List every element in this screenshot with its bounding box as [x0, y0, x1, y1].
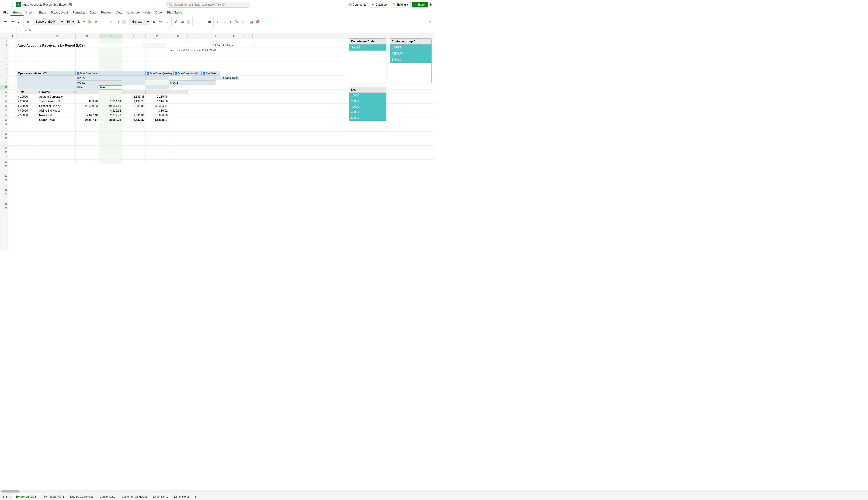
customergroup-item-medium[interactable]: MEDIUM [390, 50, 432, 57]
cell-b16[interactable]: ⊞40000 [17, 108, 38, 113]
cell-g13[interactable]: 2,135.48 [145, 94, 169, 99]
chart2-btn[interactable]: 🎯 [255, 19, 261, 25]
row-num-2[interactable]: 2 [0, 43, 8, 48]
cell-g15[interactable]: 42,394.47 [145, 104, 169, 108]
row-num-25[interactable]: 25 [0, 150, 8, 155]
cell-c15[interactable]: School of Fine Art [38, 104, 76, 108]
col-header-a[interactable]: A [8, 34, 17, 38]
cell-f16[interactable] [122, 108, 145, 113]
row-num-29[interactable]: 29 [0, 169, 8, 173]
col-header-d[interactable]: D [76, 34, 99, 38]
cell-e17[interactable]: 2,877.48 [99, 113, 122, 117]
formula-input[interactable]: Mar [33, 29, 433, 33]
col-header-c[interactable]: C [38, 34, 76, 38]
col-header-k[interactable]: K [225, 34, 244, 38]
number-format-select[interactable]: General [129, 19, 150, 24]
font-name-select[interactable]: Segoe UI (Body) [34, 19, 64, 24]
tab-file[interactable]: File [1, 10, 11, 15]
indent-btn[interactable]: ⇥ [114, 19, 121, 25]
tab-review[interactable]: Review [99, 10, 113, 15]
chart-btn[interactable]: 📊 [248, 19, 254, 25]
cell-f15[interactable]: 2,039.85 [122, 104, 145, 108]
no-item-40000[interactable]: 40000 [349, 110, 386, 115]
col-header-j[interactable]: J [206, 34, 225, 38]
col-header-f[interactable]: F [122, 34, 145, 38]
waffle-icon[interactable]: ⋮⋮⋮ [2, 2, 14, 7]
cell-c17[interactable]: Relecloud [38, 113, 76, 117]
percent-btn[interactable]: % [158, 19, 164, 25]
row-num-35[interactable]: 35 [0, 197, 8, 202]
cell-d15[interactable]: 20,409.93 [76, 104, 99, 108]
row-num-3[interactable]: 3 [0, 48, 8, 53]
row-num-30[interactable]: 30 [0, 173, 8, 178]
row-num-6[interactable]: 6 [0, 62, 8, 66]
col-header-i[interactable]: I [188, 34, 206, 38]
font-color-button[interactable]: A [93, 19, 99, 25]
row-num-17[interactable]: 17 [0, 113, 8, 118]
row-num-7[interactable]: 7 [0, 66, 8, 71]
comments-button[interactable]: 💬 Comments [346, 2, 369, 8]
cell-f14[interactable]: 2,190.20 [122, 99, 145, 103]
row-num-34[interactable]: 34 [0, 192, 8, 197]
row-num-22[interactable]: 22 [0, 136, 8, 141]
cell-g16[interactable]: 4,316.92 [145, 108, 169, 113]
cell-style-btn[interactable]: ⬜ [186, 19, 191, 25]
row-num-31[interactable]: 31 [0, 178, 8, 183]
row-num-19[interactable]: 19 [0, 122, 8, 127]
row-num-16[interactable]: 16 [0, 108, 8, 113]
sort-btn[interactable]: ↕ [227, 19, 233, 25]
row-num-27[interactable]: 27 [0, 160, 8, 164]
cell-c14[interactable]: Trey Research12 [38, 99, 76, 103]
row-num-8[interactable]: 8 [0, 71, 8, 76]
cell-d13[interactable] [76, 94, 99, 99]
row-num-20[interactable]: 20 [0, 127, 8, 132]
cell-d14[interactable]: 809.76 [76, 99, 99, 103]
cell-c16[interactable]: Alpine Ski House [38, 108, 76, 113]
col-header-b[interactable]: B [17, 34, 38, 38]
cell-e16[interactable]: 4,316.92 [99, 108, 122, 113]
no-item-30000[interactable]: 30000 [349, 104, 386, 110]
cell-e13[interactable] [99, 94, 122, 99]
row-num-11[interactable]: 11 [0, 85, 8, 90]
undo-button[interactable]: ↶ [2, 19, 9, 25]
tab-pivottable[interactable]: PivotTable [165, 10, 185, 15]
due-date-year-checkbox[interactable] [77, 72, 79, 75]
align-btn1[interactable]: ≡ [108, 19, 114, 25]
row-num-12[interactable]: 12 [0, 90, 8, 94]
sum-btn[interactable]: Σ [215, 19, 221, 25]
cell-e14[interactable]: 1,214.64 [99, 99, 122, 103]
dollar-btn[interactable]: $ [151, 19, 157, 25]
row-num-10[interactable]: 10 [0, 80, 8, 85]
find-btn[interactable]: 🔍 [234, 19, 240, 25]
row-num-33[interactable]: 33 [0, 188, 8, 192]
ribbon-expand-btn[interactable]: ▾ [427, 19, 433, 24]
name-dropdown-icon[interactable]: ▾ [73, 91, 74, 93]
row-num-4[interactable]: 4 [0, 53, 8, 57]
cell-e15[interactable]: 19,944.69 [99, 104, 122, 108]
row-num-23[interactable]: 23 [0, 141, 8, 146]
cond-format-btn[interactable]: 🖊 [173, 19, 179, 25]
redo-button[interactable]: ↷ [9, 19, 15, 25]
row-num-15[interactable]: 15 [0, 104, 8, 108]
format-cell-btn[interactable]: ⊞ [207, 19, 212, 25]
cell-f17[interactable]: 3,081.84 [122, 113, 145, 117]
tab-share[interactable]: Share [36, 10, 49, 15]
tab-home[interactable]: Home [11, 10, 24, 15]
col-header-l[interactable]: L [244, 34, 262, 38]
cell-d16[interactable] [76, 108, 99, 113]
row-num-28[interactable]: 28 [0, 164, 8, 169]
no-item-50000[interactable]: 50000 [349, 115, 386, 121]
row-num-14[interactable]: 14 [0, 99, 8, 104]
row-num-21[interactable]: 21 [0, 132, 8, 136]
customergroup-item-small[interactable]: SMALL [390, 57, 432, 63]
tab-insert[interactable]: Insert [24, 10, 36, 15]
formula-cancel-btn[interactable]: ✕ [18, 28, 22, 33]
tab-automate[interactable]: Automate [124, 10, 142, 15]
name-filter-checkbox[interactable] [40, 91, 42, 93]
row-num-26[interactable]: 26 [0, 155, 8, 160]
bold-dropdown-button[interactable]: ▾ [82, 19, 86, 25]
search-input[interactable] [174, 3, 248, 6]
no-filter-checkbox[interactable] [18, 91, 20, 93]
cell-ref-input[interactable]: E11 [1, 28, 17, 33]
format-painter-button[interactable]: 🖌 [16, 19, 22, 25]
